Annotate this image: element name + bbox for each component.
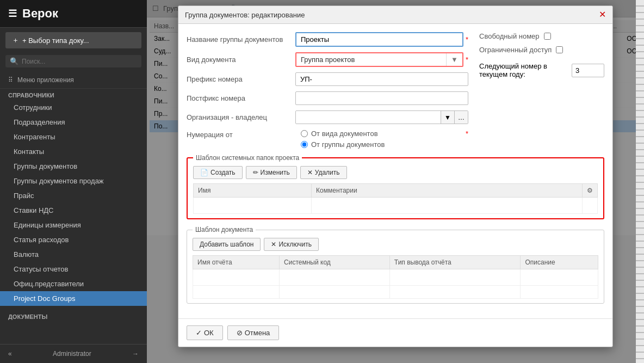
- name-row: Название группы документов *: [187, 32, 468, 47]
- app-header: ☰ Верок: [0, 0, 147, 28]
- sidebar-item-departments[interactable]: Подразделения: [0, 115, 147, 130]
- sidebar-item-employees[interactable]: Сотрудники: [0, 100, 147, 115]
- col-comments-header: Комментарии: [312, 184, 583, 198]
- col-output-type-header: Тип вывода отчёта: [389, 256, 521, 269]
- main-area: ☐ Группа документов 🔍 👁 Назв... Рег... З…: [147, 0, 644, 363]
- sidebar-item-report-statuses[interactable]: Статусы отчетов: [0, 262, 147, 276]
- radio-row-doc-group: От группы документов: [301, 140, 463, 149]
- form-left-column: Название группы документов * Вид докумен…: [187, 32, 468, 154]
- radio-doc-group-label: От группы документов: [311, 140, 385, 149]
- delete-folder-button[interactable]: ✕ Удалить: [300, 166, 347, 179]
- restricted-access-row: Ограниченный доступ: [479, 46, 604, 54]
- add-template-button[interactable]: Добавить шаблон: [193, 238, 261, 251]
- postfix-input[interactable]: [295, 91, 468, 105]
- expand-left-icon[interactable]: «: [8, 350, 12, 358]
- grid-icon: ⠿: [8, 76, 13, 84]
- modal-body: Название группы документов * Вид докумен…: [178, 24, 612, 318]
- search-input[interactable]: [22, 58, 137, 65]
- col-description-header: Описание: [521, 256, 598, 269]
- modal-close-button[interactable]: ✕: [599, 10, 606, 19]
- numbering-field: От вида документов От группы документов: [295, 130, 463, 149]
- form-main-layout: Название группы документов * Вид докумен…: [187, 32, 604, 154]
- org-dropdown-btn[interactable]: ▼: [441, 111, 454, 124]
- next-number-label: Следующий номер в текущем году:: [479, 62, 567, 78]
- radio-doc-type[interactable]: [301, 130, 308, 137]
- add-doc-button[interactable]: ＋ + Выбор типа доку...: [5, 32, 141, 48]
- sidebar-item-contractors[interactable]: Контрагенты: [0, 130, 147, 144]
- restricted-checkbox[interactable]: [556, 46, 563, 53]
- org-label: Организация - владелец: [187, 113, 295, 121]
- sidebar-item-project-doc-groups[interactable]: Project Doc Groups: [0, 291, 147, 306]
- form-right-column: Свободный номер Ограниченный доступ След…: [468, 32, 604, 154]
- create-folder-button[interactable]: 📄 Создать: [193, 166, 243, 179]
- project-folders-toolbar: 📄 Создать ✏ Изменить ✕ Удалить: [193, 166, 598, 179]
- sidebar-item-price[interactable]: Прайс: [0, 188, 147, 203]
- search-icon: 🔍: [10, 57, 18, 65]
- free-number-row: Свободный номер: [479, 32, 604, 40]
- pencil-icon: ✏: [253, 169, 258, 176]
- org-expand-btn[interactable]: …: [454, 111, 468, 124]
- postfix-row: Постфикс номера: [187, 91, 468, 105]
- menu-label: ⠿ Меню приложения: [0, 72, 147, 89]
- doc-template-section: Шаблон документа Добавить шаблон ✕ Исклю…: [187, 226, 604, 304]
- restricted-label: Ограниченный доступ: [479, 46, 552, 54]
- modal-title: Группа документов: редактирование: [185, 11, 305, 19]
- section-title-references: Справочники: [0, 89, 147, 100]
- postfix-label: Постфикс номера: [187, 94, 295, 102]
- col-report-name-header: Имя отчёта: [193, 256, 280, 269]
- modal-header: Группа документов: редактирование ✕: [178, 6, 612, 24]
- sidebar-item-units[interactable]: Единицы измерения: [0, 218, 147, 232]
- chevron-down-icon: ▼: [446, 53, 462, 66]
- doc-type-field: Группа проектов ▼: [295, 52, 463, 67]
- sidebar-item-currency[interactable]: Валюта: [0, 247, 147, 262]
- doc-type-label: Вид документа: [187, 56, 295, 64]
- templates-table: Имя отчёта Системный код Тип вывода отчё…: [193, 255, 598, 299]
- modal-overlay: Группа документов: редактирование ✕ Назв…: [147, 0, 644, 363]
- sidebar-item-contacts[interactable]: Контакты: [0, 144, 147, 159]
- prefix-input[interactable]: [295, 72, 468, 86]
- doc-type-value: Группа проектов: [296, 53, 446, 66]
- section-title-documents: Документы: [0, 310, 147, 322]
- org-field: ▼ …: [295, 110, 468, 124]
- project-folders-section: Шаблон системных папок проекта 📄 Создать…: [187, 154, 604, 219]
- sidebar: ☰ Верок ＋ + Выбор типа доку... 🔍 ⠿ Меню …: [0, 0, 147, 363]
- sidebar-item-representatives[interactable]: Офиц.представители: [0, 276, 147, 291]
- doc-type-select[interactable]: Группа проектов ▼: [295, 52, 463, 67]
- next-number-row: Следующий номер в текущем году:: [479, 62, 604, 78]
- sidebar-item-expenses[interactable]: Статья расходов: [0, 232, 147, 247]
- col-name-header: Имя: [194, 184, 312, 198]
- org-input[interactable]: [296, 111, 441, 124]
- x-icon: ✕: [307, 169, 313, 176]
- search-bar: 🔍: [5, 55, 141, 67]
- logo-icon: ☰: [8, 8, 17, 20]
- sidebar-item-vat[interactable]: Ставки НДС: [0, 203, 147, 218]
- folders-table: Имя Комментарии ⚙: [193, 183, 598, 214]
- name-field: [295, 32, 463, 47]
- cancel-button[interactable]: ⊘ Отмена: [227, 325, 280, 340]
- gear-settings-icon[interactable]: ⚙: [583, 184, 598, 198]
- col-system-code-header: Системный код: [280, 256, 390, 269]
- name-label: Название группы документов: [187, 35, 295, 44]
- logout-icon[interactable]: →: [132, 350, 139, 358]
- ok-button[interactable]: ✓ ОК: [187, 325, 223, 340]
- postfix-field: [295, 91, 468, 105]
- exclude-template-button[interactable]: ✕ Исключить: [264, 238, 318, 251]
- sidebar-item-doc-groups-sales[interactable]: Группы документов продаж: [0, 174, 147, 188]
- name-input[interactable]: [295, 32, 463, 47]
- doc-template-legend: Шаблон документа: [193, 226, 256, 233]
- folders-empty-row: [194, 198, 598, 214]
- next-number-input[interactable]: [572, 64, 604, 77]
- edit-folder-button[interactable]: ✏ Изменить: [246, 166, 297, 179]
- username: Administrator: [53, 350, 91, 358]
- sidebar-item-doc-groups[interactable]: Группы документов: [0, 159, 147, 174]
- doc-template-toolbar: Добавить шаблон ✕ Исключить: [193, 238, 598, 251]
- templates-empty-row2: [193, 286, 598, 299]
- numbering-label: Нумерация от: [187, 130, 295, 139]
- numbering-row: Нумерация от От вида документов: [187, 130, 468, 149]
- free-number-checkbox[interactable]: [544, 33, 551, 40]
- prefix-label: Префикс номера: [187, 75, 295, 83]
- plus-icon: ＋: [12, 35, 19, 45]
- radio-doc-group[interactable]: [301, 141, 308, 148]
- prefix-field: [295, 72, 468, 86]
- file-icon: 📄: [200, 169, 208, 176]
